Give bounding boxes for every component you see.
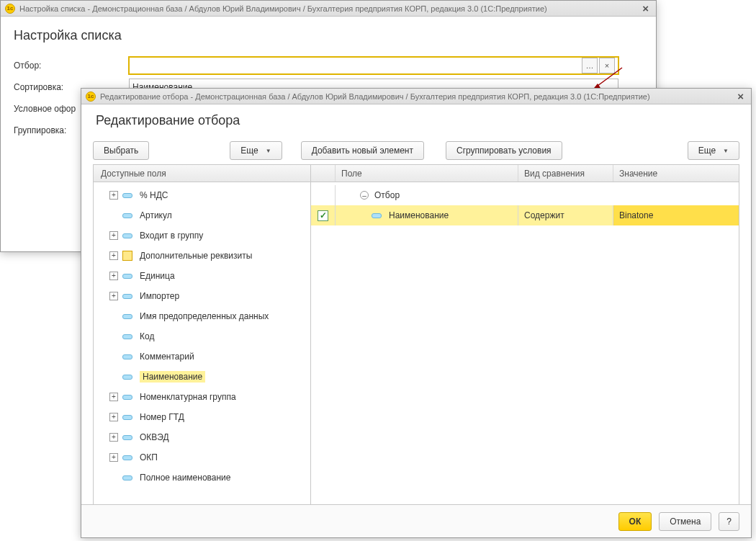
window-filter-editor: 1c Редактирование отбора - Демонстрацион… xyxy=(81,88,752,538)
expand-placeholder xyxy=(109,473,118,482)
collapse-icon[interactable]: – xyxy=(360,191,369,200)
field-type-icon xyxy=(122,395,132,400)
field-item[interactable]: Комментарий xyxy=(94,346,310,367)
field-type-icon xyxy=(122,415,132,420)
app-icon: 1c xyxy=(5,4,15,14)
filter-label: Отбор: xyxy=(14,61,129,71)
field-item[interactable]: +Дополнительные реквизиты xyxy=(94,246,310,266)
condition-comparison: Содержит xyxy=(524,210,564,220)
field-item[interactable]: +Единица xyxy=(94,266,310,286)
condition-field: Наименование xyxy=(389,210,449,220)
close-icon[interactable]: × xyxy=(734,90,747,102)
field-label: Полное наименование xyxy=(140,473,231,483)
filter-conditions-pane: Поле Вид сравнения Значение – Отбор xyxy=(310,164,739,520)
window-title-front: Редактирование отбора - Демонстрационная… xyxy=(100,92,650,101)
field-type-icon xyxy=(122,294,132,299)
help-button[interactable]: ? xyxy=(719,512,739,531)
condition-checkbox[interactable]: ✓ xyxy=(318,210,328,221)
filter-root-label: Отбор xyxy=(374,190,400,200)
page-title-front: Редактирование отбора xyxy=(96,113,737,128)
expand-placeholder xyxy=(109,332,118,341)
field-item[interactable]: +Номенклатурная группа xyxy=(94,387,310,407)
field-type-icon xyxy=(372,213,382,218)
field-label: Единица xyxy=(140,271,175,281)
field-label: % НДС xyxy=(140,190,168,200)
field-type-icon xyxy=(122,354,132,359)
field-item[interactable]: +ОКП xyxy=(94,447,310,468)
expand-placeholder xyxy=(109,372,118,381)
field-type-icon xyxy=(122,475,132,480)
field-type-icon xyxy=(122,375,132,380)
add-element-button[interactable]: Добавить новый элемент xyxy=(301,141,424,160)
field-label: ОКП xyxy=(140,452,158,462)
filter-input[interactable]: … × xyxy=(129,57,618,74)
field-item[interactable]: +ОКВЭД xyxy=(94,427,310,447)
field-label: Имя предопределенных данных xyxy=(140,311,269,321)
filter-condition-row[interactable]: ✓ Наименование Содержит Binatone xyxy=(311,205,739,225)
close-icon[interactable]: × xyxy=(639,2,652,14)
dialog-footer: ОК Отмена ? xyxy=(81,504,751,537)
expand-placeholder xyxy=(109,352,118,361)
group-conditions-button[interactable]: Сгруппировать условия xyxy=(446,141,562,160)
field-item[interactable]: +Номер ГТД xyxy=(94,407,310,427)
field-type-icon xyxy=(122,455,132,460)
field-label: Импортер xyxy=(140,291,179,301)
titlebar-back: 1c Настройка списка - Демонстрационная б… xyxy=(1,1,656,17)
field-item[interactable]: Наименование xyxy=(94,367,310,387)
field-item[interactable]: Код xyxy=(94,326,310,346)
field-type-icon xyxy=(122,314,132,319)
expand-icon[interactable]: + xyxy=(109,272,118,280)
more-left-button[interactable]: Еще▼ xyxy=(230,141,282,160)
expand-placeholder xyxy=(109,312,118,321)
expand-icon[interactable]: + xyxy=(109,231,118,240)
expand-icon[interactable]: + xyxy=(109,453,118,462)
conditions-tree[interactable]: – Отбор ✓ Наименование xyxy=(311,182,739,519)
field-label: Комментарий xyxy=(140,352,194,362)
expand-icon[interactable]: + xyxy=(109,251,118,260)
filter-ellipsis-button[interactable]: … xyxy=(582,58,598,73)
field-type-icon xyxy=(122,233,132,238)
cancel-button[interactable]: Отмена xyxy=(659,512,711,531)
expand-placeholder xyxy=(109,211,118,220)
window-title-back: Настройка списка - Демонстрационная база… xyxy=(19,4,547,13)
column-value: Значение xyxy=(613,165,739,182)
chevron-down-icon: ▼ xyxy=(266,148,271,154)
select-button[interactable]: Выбрать xyxy=(93,141,149,160)
more-right-button[interactable]: Еще▼ xyxy=(688,141,739,160)
field-type-icon xyxy=(122,435,132,440)
field-item[interactable]: +% НДС xyxy=(94,185,310,205)
field-label: Код xyxy=(140,331,154,341)
field-label: Номер ГТД xyxy=(140,412,184,422)
field-type-icon xyxy=(122,274,132,279)
available-fields-tree[interactable]: +% НДСАртикул+Входит в группу+Дополнител… xyxy=(94,182,310,519)
filter-root-row[interactable]: – Отбор xyxy=(311,185,739,205)
field-label: ОКВЭД xyxy=(140,432,169,442)
toolbar: Выбрать Еще▼ Добавить новый элемент Сгру… xyxy=(81,134,751,164)
expand-icon[interactable]: + xyxy=(109,413,118,421)
chevron-down-icon: ▼ xyxy=(723,148,729,154)
expand-icon[interactable]: + xyxy=(109,393,118,401)
field-label: Входит в группу xyxy=(140,231,203,241)
ok-button[interactable]: ОК xyxy=(618,512,652,531)
app-icon: 1c xyxy=(86,91,96,102)
available-fields-pane: Доступные поля +% НДСАртикул+Входит в гр… xyxy=(93,164,310,520)
expand-icon[interactable]: + xyxy=(109,292,118,300)
expand-icon[interactable]: + xyxy=(109,191,118,200)
field-item[interactable]: Полное наименование xyxy=(94,468,310,488)
field-type-icon xyxy=(122,213,132,218)
field-item[interactable]: Имя предопределенных данных xyxy=(94,306,310,326)
filter-clear-button[interactable]: × xyxy=(599,58,615,73)
props-group-icon xyxy=(122,251,132,261)
field-item[interactable]: +Импортер xyxy=(94,286,310,306)
column-field: Поле xyxy=(336,165,518,182)
field-item[interactable]: Артикул xyxy=(94,205,310,225)
expand-icon[interactable]: + xyxy=(109,433,118,442)
field-label: Дополнительные реквизиты xyxy=(140,251,252,261)
field-type-icon xyxy=(122,193,132,198)
field-type-icon xyxy=(122,334,132,339)
field-item[interactable]: +Входит в группу xyxy=(94,225,310,246)
page-title-back: Настройка списка xyxy=(14,28,643,43)
field-label: Номенклатурная группа xyxy=(140,392,236,402)
titlebar-front: 1c Редактирование отбора - Демонстрацион… xyxy=(81,89,751,104)
field-label: Наименование xyxy=(140,371,205,383)
